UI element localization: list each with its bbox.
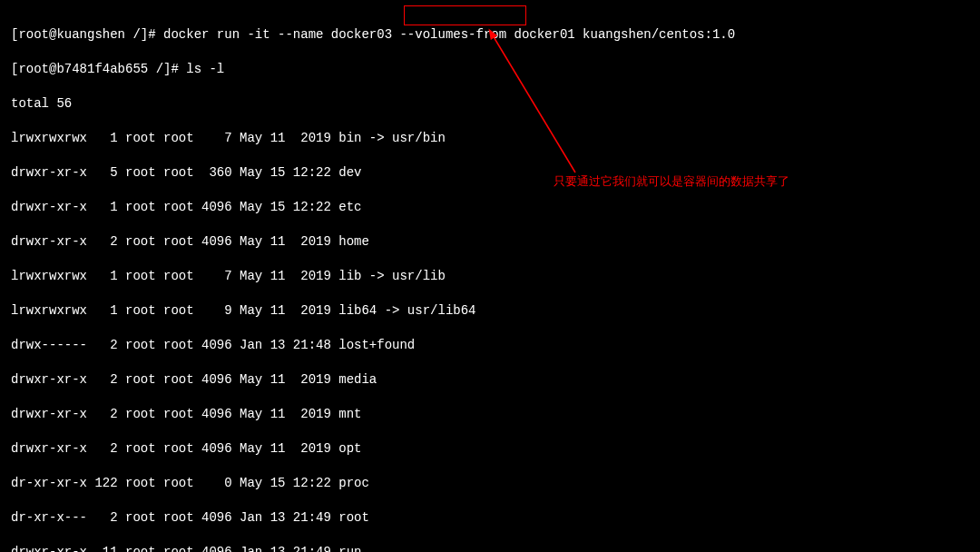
ls-row: drwxr-xr-x 1 root root 4096 May 15 12:22… xyxy=(11,199,969,216)
ls-row: dr-xr-xr-x 122 root root 0 May 15 12:22 … xyxy=(11,475,969,492)
ls-row: drwxr-xr-x 11 root root 4096 Jan 13 21:4… xyxy=(11,544,969,552)
ls-row: drwxr-xr-x 2 root root 4096 May 11 2019 … xyxy=(11,440,969,458)
svg-line-1 xyxy=(490,31,575,172)
ls-row: drwxr-xr-x 2 root root 4096 May 11 2019 … xyxy=(11,233,969,251)
ls-row: lrwxrwxrwx 1 root root 9 May 11 2019 lib… xyxy=(11,302,969,320)
ls-row: drwxr-xr-x 2 root root 4096 May 11 2019 … xyxy=(11,406,969,423)
arrow-annotation-icon xyxy=(485,25,612,180)
highlight-box xyxy=(404,5,526,25)
ls-row: drwx------ 2 root root 4096 Jan 13 21:48… xyxy=(11,337,969,354)
ls-row: dr-xr-x--- 2 root root 4096 Jan 13 21:49… xyxy=(11,509,969,527)
ls-row: lrwxrwxrwx 1 root root 7 May 11 2019 lib… xyxy=(11,268,969,285)
ls-row: drwxr-xr-x 2 root root 4096 May 11 2019 … xyxy=(11,371,969,389)
